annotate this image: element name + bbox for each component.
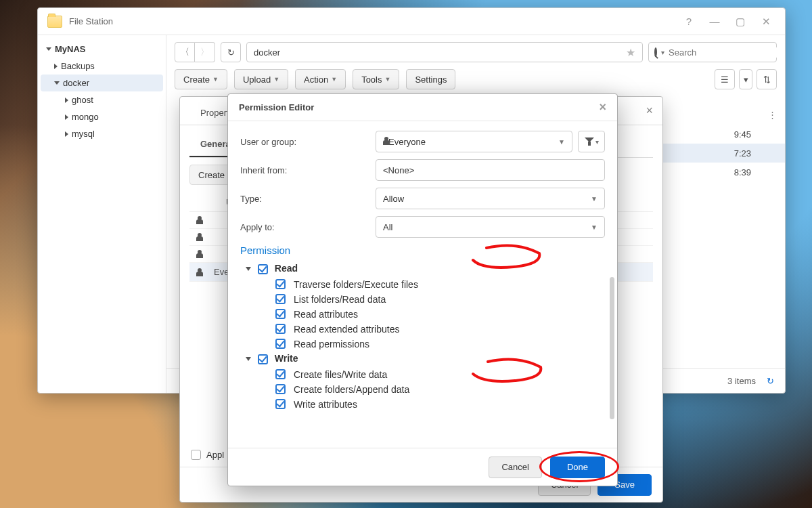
upload-menu[interactable]: Upload▼: [234, 69, 288, 89]
chevron-down-icon[interactable]: [246, 357, 251, 361]
apply-subfolders-checkbox[interactable]: [191, 450, 201, 460]
perm-item-label: Write attributes: [294, 399, 357, 410]
search-icon: [654, 47, 657, 57]
group-icon: [196, 250, 207, 258]
tree-sidebar: MyNAS Backups docker ghost mongo mysql: [38, 35, 166, 393]
tree-item-ghost[interactable]: ghost: [41, 91, 163, 108]
settings-button[interactable]: Settings: [406, 69, 455, 89]
apply-subfolders-label: Appl: [206, 450, 224, 460]
refresh-icon[interactable]: ↻: [767, 376, 774, 386]
perm-checkbox[interactable]: [275, 399, 286, 409]
perm-item-read[interactable]: Traverse folders/Execute files: [240, 277, 605, 292]
perm-checkbox[interactable]: [275, 384, 286, 394]
help-icon[interactable]: ?: [679, 16, 698, 27]
action-menu[interactable]: Action▼: [295, 69, 346, 89]
inherit-from-field[interactable]: <None>: [376, 159, 605, 181]
label-type: Type:: [240, 194, 376, 204]
perm-item-label: Traverse folders/Execute files: [294, 279, 418, 290]
perm-item-write[interactable]: Create files/Write data: [240, 367, 605, 382]
permission-editor-title: Permission Editor: [239, 102, 314, 112]
view-options-button[interactable]: ▾: [739, 69, 752, 89]
tools-menu[interactable]: Tools▼: [353, 69, 399, 89]
titlebar: File Station ? — ▢ ✕: [38, 8, 785, 35]
perm-item-write[interactable]: Write attributes: [240, 397, 605, 412]
address-path: docker: [254, 47, 280, 58]
perm-checkbox[interactable]: [275, 309, 286, 319]
close-icon[interactable]: ×: [599, 100, 606, 114]
filter-button[interactable]: ▾: [578, 131, 605, 152]
perm-item-label: Read attributes: [294, 309, 358, 320]
chevron-down-icon[interactable]: [246, 267, 251, 271]
perm-item-label: Read permissions: [294, 339, 369, 350]
apply-to-select[interactable]: All▼: [376, 216, 605, 238]
permission-editor-dialog: Permission Editor × User or group: Every…: [227, 93, 618, 486]
sort-button[interactable]: ⇅: [757, 69, 777, 89]
perm-group-write[interactable]: Write: [246, 353, 605, 364]
perm-item-label: Create folders/Append data: [294, 384, 409, 395]
view-list-button[interactable]: ☰: [715, 69, 735, 89]
perm-item-label: List folders/Read data: [294, 294, 386, 305]
perm-item-write[interactable]: Create folders/Append data: [240, 382, 605, 397]
search-field[interactable]: ▾: [648, 42, 777, 62]
perm-item-label: Create files/Write data: [294, 369, 387, 380]
label-inherit-from: Inherit from:: [240, 165, 376, 175]
permission-tree: Read Traverse folders/Execute filesList …: [240, 263, 605, 412]
minimize-button[interactable]: —: [705, 16, 724, 27]
tree-root[interactable]: MyNAS: [41, 41, 163, 58]
perm-checkbox[interactable]: [275, 294, 286, 304]
user-icon: [196, 216, 207, 224]
perm-item-read[interactable]: Read permissions: [240, 337, 605, 352]
tree-item-mongo[interactable]: mongo: [41, 108, 163, 125]
maximize-button[interactable]: ▢: [731, 16, 750, 28]
permission-section-heading: Permission: [240, 245, 605, 256]
search-input[interactable]: [669, 47, 782, 58]
favorite-icon[interactable]: ★: [626, 46, 635, 59]
tree-item-backups[interactable]: Backups: [41, 58, 163, 75]
close-button[interactable]: ✕: [757, 16, 775, 28]
nav-back-button[interactable]: 〈: [175, 42, 195, 62]
refresh-button[interactable]: ↻: [221, 42, 241, 62]
app-icon: [47, 16, 62, 28]
group-icon: [196, 268, 207, 276]
group-icon: [196, 233, 207, 241]
funnel-icon: [585, 137, 594, 146]
item-count: 3 items: [727, 376, 756, 386]
perm-checkbox[interactable]: [275, 369, 286, 379]
pedit-cancel-button[interactable]: Cancel: [489, 457, 541, 478]
perm-item-read[interactable]: List folders/Read data: [240, 292, 605, 307]
tree-item-mysql[interactable]: mysql: [41, 125, 163, 142]
label-apply-to: Apply to:: [240, 222, 376, 232]
perm-checkbox[interactable]: [275, 324, 286, 334]
read-checkbox[interactable]: [258, 264, 268, 274]
pedit-done-button[interactable]: Done: [550, 457, 605, 478]
user-or-group-select[interactable]: Everyone ▼: [376, 131, 572, 152]
perm-item-read[interactable]: Read attributes: [240, 307, 605, 322]
address-bar[interactable]: docker ★: [246, 42, 643, 62]
write-checkbox[interactable]: [258, 354, 268, 364]
create-menu[interactable]: Create▼: [175, 69, 227, 89]
close-icon[interactable]: ×: [646, 104, 653, 118]
perm-checkbox[interactable]: [275, 279, 286, 289]
label-user-or-group: User or group:: [240, 137, 376, 147]
perm-item-label: Read extended attributes: [294, 324, 399, 335]
window-title: File Station: [69, 16, 113, 26]
perm-checkbox[interactable]: [275, 339, 286, 349]
perm-group-read[interactable]: Read: [246, 263, 605, 274]
scrollbar[interactable]: [610, 277, 614, 419]
perm-item-read[interactable]: Read extended attributes: [240, 322, 605, 337]
nav-forward-button[interactable]: 〉: [195, 42, 215, 62]
type-select[interactable]: Allow▼: [376, 188, 605, 209]
tree-item-docker[interactable]: docker: [41, 75, 163, 91]
